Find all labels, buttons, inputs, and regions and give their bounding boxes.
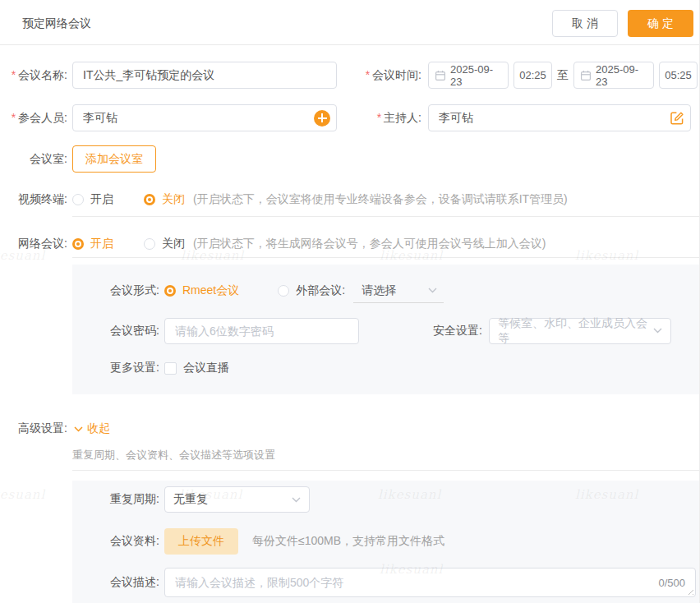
video-terminal-note: (开启状态下，会议室将使用专业终端设备参会，设备调试请联系IT管理员) xyxy=(193,192,568,207)
meeting-password-input[interactable] xyxy=(164,318,359,344)
calendar-icon xyxy=(580,70,592,81)
network-meeting-note: (开启状态下，将生成网络会议号，参会人可使用会议号线上加入会议) xyxy=(193,237,546,251)
external-meeting-label[interactable]: 外部会议: xyxy=(296,283,345,298)
host-input[interactable] xyxy=(428,104,691,131)
confirm-button[interactable]: 确 定 xyxy=(628,10,693,37)
rmeet-meeting-label[interactable]: Rmeet会议 xyxy=(182,283,239,298)
participants-input[interactable] xyxy=(72,104,337,131)
calendar-icon xyxy=(435,70,446,81)
host-field xyxy=(428,104,691,131)
start-time-picker[interactable]: 02:25 xyxy=(513,62,552,89)
schedule-meeting-dialog: likesuanllikesuanllikesuanllikesuanllike… xyxy=(0,0,700,603)
chevron-down-icon xyxy=(428,288,437,293)
meeting-form-label: 会议形式: xyxy=(86,283,159,298)
meeting-name-label: *会议名称: xyxy=(0,68,67,83)
network-meeting-on-label[interactable]: 开启 xyxy=(90,237,113,251)
rmeet-meeting-radio[interactable] xyxy=(164,285,176,297)
advanced-settings-label: 高级设置: xyxy=(0,421,67,436)
add-meeting-room-button[interactable]: 添加会议室 xyxy=(72,145,156,173)
row-meeting-form: 会议形式: Rmeet会议 外部会议: 请选择 xyxy=(72,279,699,302)
repeat-cycle-value: 无重复 xyxy=(173,492,208,507)
row-name-time: *会议名称: *会议时间: 2025-09-23 02:25 至 2025-09… xyxy=(0,62,700,89)
end-time-value: 05:25 xyxy=(665,69,692,81)
upload-file-button[interactable]: 上传文件 xyxy=(164,528,238,555)
required-mark: * xyxy=(366,68,370,81)
divider xyxy=(72,216,699,217)
row-meeting-description: 会议描述: 0/500 xyxy=(72,568,699,597)
row-password-security: 会议密码: 安全设置: 等候室、水印、企业成员入会等 xyxy=(72,317,699,344)
repeat-cycle-label: 重复周期: xyxy=(86,492,159,507)
meeting-password-label: 会议密码: xyxy=(86,324,159,338)
more-settings-label: 更多设置: xyxy=(86,361,159,375)
chevron-down-icon xyxy=(74,426,83,432)
chevron-down-icon xyxy=(653,328,662,334)
end-date-picker[interactable]: 2025-09-23 xyxy=(573,62,654,89)
time-range-separator: 至 xyxy=(557,68,569,83)
chevron-down-icon xyxy=(292,497,301,503)
participants-field xyxy=(72,104,337,131)
meeting-description-label: 会议描述: xyxy=(86,575,159,590)
row-advanced-settings: 高级设置: 收起 xyxy=(0,421,700,437)
network-meeting-off-label[interactable]: 关闭 xyxy=(162,237,185,251)
row-meeting-room: 会议室: 添加会议室 xyxy=(0,145,700,173)
dialog-header: 预定网络会议 取 消 确 定 xyxy=(0,0,699,45)
description-char-counter: 0/500 xyxy=(658,577,685,589)
video-terminal-label: 视频终端: xyxy=(0,192,67,207)
add-participant-button[interactable] xyxy=(314,110,330,127)
start-date-picker[interactable]: 2025-09-23 xyxy=(428,62,509,89)
meeting-description-textarea[interactable] xyxy=(165,568,658,596)
row-participants-host: *参会人员: *主持人: xyxy=(0,104,700,131)
host-label: *主持人: xyxy=(337,111,421,126)
upload-note: 每份文件≤100MB，支持常用文件格式 xyxy=(252,534,444,549)
advanced-settings-panel: 重复周期: 无重复 会议资料: 上传文件 每份文件≤100MB，支持常用文件格式… xyxy=(72,481,699,603)
end-date-value: 2025-09-23 xyxy=(596,63,647,88)
required-mark: * xyxy=(12,68,16,81)
end-time-picker[interactable]: 05:25 xyxy=(659,62,698,89)
repeat-cycle-select[interactable]: 无重复 xyxy=(164,486,310,513)
external-meeting-select-value: 请选择 xyxy=(362,283,396,298)
row-video-terminal: 视频终端: 开启 关闭 (开启状态下，会议室将使用专业终端设备参会，设备调试请联… xyxy=(0,191,700,208)
advanced-settings-toggle-label: 收起 xyxy=(87,421,110,436)
advanced-settings-description: 重复周期、会议资料、会议描述等选项设置 xyxy=(72,448,275,463)
divider xyxy=(72,470,699,471)
start-time-value: 02:25 xyxy=(519,69,546,81)
network-meeting-off-radio[interactable] xyxy=(144,238,155,250)
row-repeat-cycle: 重复周期: 无重复 xyxy=(72,486,699,513)
meeting-description-textarea-wrap: 0/500 xyxy=(164,568,696,597)
row-meeting-materials: 会议资料: 上传文件 每份文件≤100MB，支持常用文件格式 xyxy=(72,528,699,555)
video-terminal-on-label[interactable]: 开启 xyxy=(90,192,113,207)
video-terminal-off-radio[interactable] xyxy=(144,194,155,205)
resize-handle[interactable] xyxy=(686,587,693,595)
meeting-time-label: *会议时间: xyxy=(337,68,421,83)
live-broadcast-label[interactable]: 会议直播 xyxy=(183,361,229,375)
page-title: 预定网络会议 xyxy=(22,16,91,31)
row-more-settings: 更多设置: 会议直播 xyxy=(72,358,699,378)
meeting-room-label: 会议室: xyxy=(0,152,67,167)
start-date-value: 2025-09-23 xyxy=(450,63,502,88)
network-meeting-label: 网络会议: xyxy=(0,237,67,251)
edit-host-icon[interactable] xyxy=(670,111,684,126)
live-broadcast-checkbox[interactable] xyxy=(164,362,177,375)
divider xyxy=(72,257,699,258)
network-meeting-panel: 会议形式: Rmeet会议 外部会议: 请选择 会议密码: 安全设置: 等候室、… xyxy=(72,265,699,394)
video-terminal-on-radio[interactable] xyxy=(72,194,84,205)
external-meeting-select[interactable]: 请选择 xyxy=(353,278,444,303)
required-mark: * xyxy=(12,111,16,124)
cancel-button[interactable]: 取 消 xyxy=(552,10,618,37)
required-mark: * xyxy=(377,111,381,124)
row-network-meeting: 网络会议: 开启 关闭 (开启状态下，将生成网络会议号，参会人可使用会议号线上加… xyxy=(0,236,700,252)
advanced-settings-toggle[interactable]: 收起 xyxy=(74,421,110,436)
header-actions: 取 消 确 定 xyxy=(552,10,693,37)
meeting-name-input[interactable] xyxy=(72,62,337,89)
network-meeting-on-radio[interactable] xyxy=(72,238,84,250)
external-meeting-radio[interactable] xyxy=(278,285,289,297)
security-settings-label: 安全设置: xyxy=(359,324,482,338)
video-terminal-off-label[interactable]: 关闭 xyxy=(162,192,185,207)
security-settings-select-value: 等候室、水印、企业成员入会等 xyxy=(498,316,653,346)
meeting-materials-label: 会议资料: xyxy=(86,534,159,549)
participants-label: *参会人员: xyxy=(0,111,67,126)
security-settings-select[interactable]: 等候室、水印、企业成员入会等 xyxy=(489,318,671,344)
